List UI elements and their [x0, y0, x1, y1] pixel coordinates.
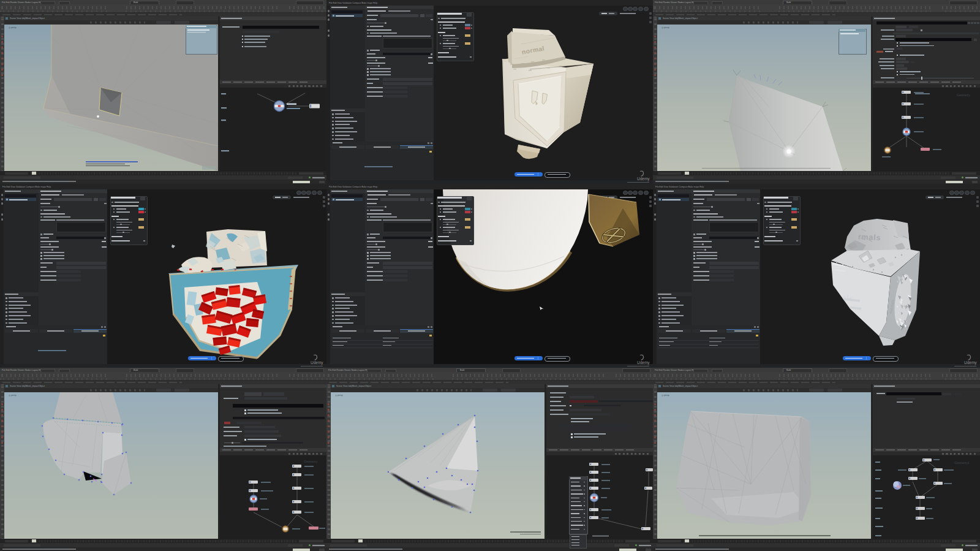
svg-text:Geometry: Geometry	[304, 460, 317, 463]
svg-text:Geometry1: Geometry1	[954, 461, 970, 465]
svg-text:Geometry: Geometry	[957, 93, 970, 97]
svg-text:rmals: rmals	[858, 232, 881, 242]
